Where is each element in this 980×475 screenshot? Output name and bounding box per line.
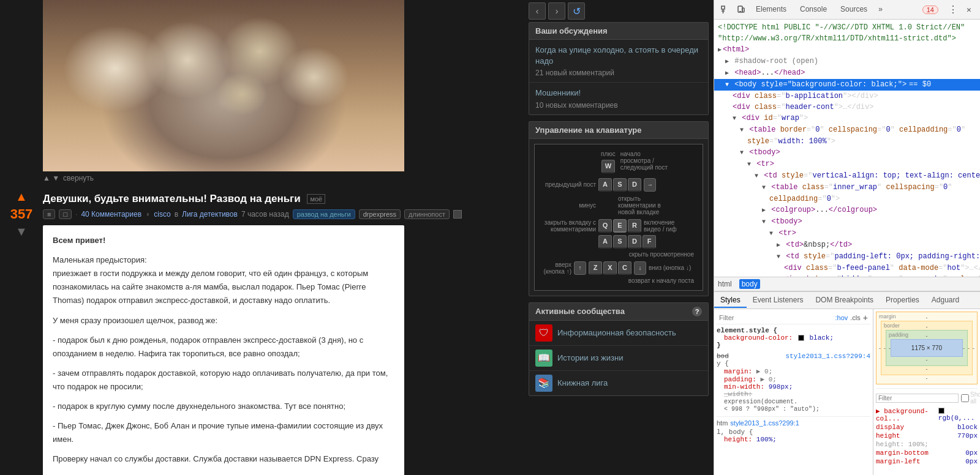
padding-right-val: - [963, 345, 965, 351]
community-item-2[interactable]: 📖 Истории из жизни [529, 346, 708, 371]
communities-section: Активные сообщества ? 🛡 Информационная б… [529, 302, 709, 396]
more-options-icon[interactable] [453, 210, 462, 219]
key-d2: D [628, 235, 641, 249]
tag-long[interactable]: длиннопост [404, 209, 450, 219]
nav-prev-button[interactable]: ‹ [529, 2, 546, 20]
dt-line-cellpadding[interactable]: cellpadding="0"> [714, 193, 980, 204]
discussion-item-2: Мошенники! 10 новых комментариев [529, 83, 708, 114]
key-d: D [628, 178, 641, 192]
plus-label: плюс [601, 151, 616, 157]
dt-line-doctype2[interactable]: "http://www.w3.org/TR/xhtml11/DTD/xhtml1… [714, 33, 980, 44]
computed-filter-input[interactable] [876, 394, 959, 403]
key-desc-comment: открыть комментарии в новой вкладке [618, 195, 667, 215]
vote-sidebar: ▲ 357 ▼ [0, 0, 43, 475]
style-selector-element: element.style { [717, 327, 870, 334]
dt-line-td-main[interactable]: ▼ <td style="vertical-align: top; text-a… [714, 170, 980, 182]
margin-right-val: - [973, 345, 974, 351]
dt-line-tbody[interactable]: ▼ <tbody> [714, 147, 980, 159]
filter-add-btn[interactable]: + [863, 313, 868, 323]
dt-style-tab-styles[interactable]: Styles [714, 293, 747, 308]
list-view-toggle[interactable]: ≡ [43, 209, 55, 219]
styles-filter-input[interactable] [719, 314, 833, 321]
dt-style-tab-props[interactable]: Properties [880, 293, 925, 308]
body-reaction: У меня сразу произошел щелчок, развод же… [53, 314, 394, 327]
post-view-toggle[interactable]: □ [59, 209, 72, 219]
moe-badge: моё [307, 194, 325, 204]
dt-tab-console[interactable]: Console [794, 2, 833, 17]
dt-line-wrap[interactable]: ▼ <div id="wrap"> [714, 113, 980, 124]
dt-line-colgroup[interactable]: ▶ <colgroup>...</colgroup> [714, 204, 980, 216]
dt-line-table[interactable]: ▼ <table border="0" cellspacing="0" cell… [714, 124, 980, 136]
vote-down-button[interactable]: ▼ [15, 225, 28, 239]
collapse-bar[interactable]: ▲ ▼ свернуть [43, 171, 524, 187]
dt-line-html[interactable]: ▶<html> [714, 44, 980, 56]
filter-pseudo-btn[interactable]: :hov [835, 314, 848, 321]
devtools-inspect-icon[interactable] [718, 2, 733, 17]
style-prop-height: height: 100%; [717, 436, 870, 443]
devtools-more-tabs[interactable]: » [875, 3, 886, 17]
collapse-label: свернуть [63, 174, 94, 182]
dt-line-shadow[interactable]: ▶ #shadow-root (open) [714, 56, 980, 67]
dt-tab-elements[interactable]: Elements [750, 2, 793, 17]
dt-tab-sources[interactable]: Sources [834, 2, 873, 17]
dt-line-table-style[interactable]: style="width: 100%"> [714, 136, 980, 147]
computed-show-all-checkbox[interactable] [961, 394, 969, 402]
vote-up-button[interactable]: ▲ [15, 190, 28, 204]
padding-bottom-val: - [891, 357, 963, 363]
computed-prop-margin-left: margin-left 0px [876, 458, 978, 465]
dt-line-header-cont[interactable]: <div class="header-cont">…</div> [714, 102, 980, 113]
margin-bottom-val: - [881, 375, 973, 381]
nav-refresh-button[interactable]: ↺ [568, 2, 585, 20]
community-item-3[interactable]: 📚 Книжная лига [529, 371, 708, 395]
discussions-section: Ваши обсуждения Когда на улице холодно, … [529, 22, 709, 115]
style-source-link[interactable]: style2013_1.css?299:4 [785, 353, 870, 360]
devtools-elements: <!DOCTYPE html PUBLIC "-//W3C//DTD XHTML… [714, 20, 980, 475]
body-point4: - Пьер Томас, Джек Джонс, Боб Алан и про… [53, 419, 394, 446]
filter-cls-btn[interactable]: .cls [850, 314, 861, 321]
tag-drp[interactable]: drpexpress [359, 209, 401, 219]
community-name-2: Истории из жизни [557, 353, 623, 362]
dt-line-tr[interactable]: ▼ <tr> [714, 159, 980, 170]
devtools-error-count[interactable]: 14 [922, 6, 938, 14]
computed-bgcolor-swatch [938, 408, 944, 414]
dt-line-td-main2[interactable]: ▼ <td style="padding-left: 0px; padding-… [714, 251, 980, 263]
breadcrumb-html[interactable]: html [718, 280, 732, 288]
dt-line-b-feed[interactable]: <div class="b-feed-panel" data-mode="hot… [714, 263, 980, 274]
discussion-link-2[interactable]: Мошенники! [535, 88, 702, 99]
dt-style-tab-events[interactable]: Event Listeners [747, 293, 810, 308]
dt-style-content: :hov .cls + element.style { background-c… [714, 309, 980, 475]
devtools-close-icon[interactable]: ✕ [962, 2, 976, 17]
community-name-1: Информационная безопасность [557, 328, 676, 337]
dt-line-tbody2[interactable]: ▼ <tbody> [714, 216, 980, 228]
dt-line-doctype[interactable]: <!DOCTYPE html PUBLIC "-//W3C//DTD XHTML… [714, 22, 980, 33]
community-item-1[interactable]: 🛡 Информационная безопасность [529, 321, 708, 346]
breadcrumb-body[interactable]: body [739, 279, 760, 289]
author-link[interactable]: cisco [154, 210, 170, 219]
dt-line-tr2[interactable]: ▼ <tr> [714, 228, 980, 239]
dt-style-tab-dom[interactable]: DOM Breakpoints [809, 293, 880, 308]
community-icon-1: 🛡 [535, 324, 552, 342]
nav-next-button[interactable]: › [548, 2, 565, 20]
devtools-device-icon[interactable] [734, 2, 748, 17]
communities-help-icon[interactable]: ? [692, 307, 702, 316]
user-icon: ♀ [145, 211, 150, 218]
computed-source-link[interactable]: style2013_1.css?299:1 [730, 419, 799, 427]
dt-line-td-nbsp[interactable]: ▶ <td>&nbsp;</td> [714, 239, 980, 251]
style-rule-element: element.style { background-color: black;… [717, 327, 870, 349]
key-a2: A [598, 235, 612, 249]
dt-style-tab-adguard[interactable]: Adguard [925, 293, 965, 308]
computed-prop-bgcolor: ▶ background-col... rgb(0,... [876, 407, 978, 422]
keyboard-diagram-inner: плюс W начало просмотра / следующий пост… [534, 144, 703, 291]
style-body-selector: bod [717, 353, 729, 360]
devtools-menu-icon[interactable]: ⋮ [946, 4, 960, 16]
discussion-link-1[interactable]: Когда на улице холодно, а стоять в очере… [535, 45, 702, 67]
dt-line-b-app[interactable]: <div class="b-application"></div> [714, 91, 980, 102]
comments-link[interactable]: 40 Комментариев [81, 210, 141, 219]
key-a: A [598, 178, 612, 192]
dt-line-head[interactable]: ▶ <head>...</head> [714, 67, 980, 79]
community-link[interactable]: Лига детективов [182, 210, 238, 219]
dt-line-inner-wrap[interactable]: ▼ <table class="inner_wrap" cellspacing=… [714, 182, 980, 193]
keyboard-section: Управление на клавиатуре плюс W начало п… [529, 121, 709, 296]
tag-money[interactable]: развод на деньги [293, 209, 355, 219]
dt-line-body[interactable]: ▼ <body style="background-color: black;"… [714, 79, 980, 91]
